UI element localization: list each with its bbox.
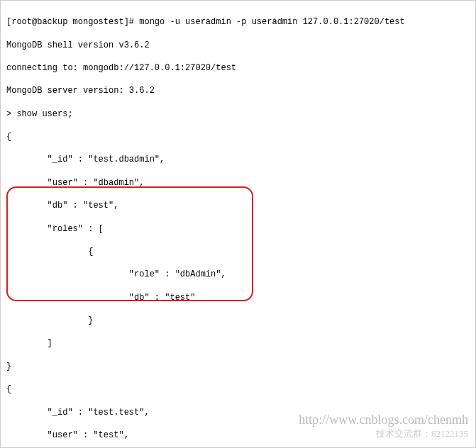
user1-roles-close: ] xyxy=(6,337,470,349)
watermark-url: http://www.cnblogs.com/chenmh xyxy=(299,413,468,427)
user1-user: "user" : "dbadmin", xyxy=(6,177,470,189)
user2-open: { xyxy=(6,383,470,395)
user1-role-name: "role" : "dbAdmin", xyxy=(6,269,470,280)
user1-open: { xyxy=(6,131,470,142)
user1-id: "_id" : "test.dbadmin", xyxy=(6,154,470,165)
show-users-command[interactable]: > show users; xyxy=(6,108,470,120)
user1-role-db: "db" : "test" xyxy=(6,292,470,303)
user1-close: } xyxy=(6,361,470,372)
user1-roles-open: "roles" : [ xyxy=(6,223,470,235)
server-version: MongoDB server version: 3.6.2 xyxy=(6,85,470,96)
shell-prompt-line: [root@backup mongostest]# mongo -u usera… xyxy=(6,16,470,28)
watermark-group: 技术交流群：62122135 xyxy=(376,427,468,440)
user1-role-close: } xyxy=(6,315,470,326)
shell-version: MongoDB shell version v3.6.2 xyxy=(6,40,470,51)
user1-role-open: { xyxy=(6,246,470,257)
connecting-line: connecting to: mongodb://127.0.0.1:27020… xyxy=(6,62,470,74)
terminal-output: [root@backup mongostest]# mongo -u usera… xyxy=(1,1,475,448)
user1-db: "db" : "test", xyxy=(6,200,470,211)
